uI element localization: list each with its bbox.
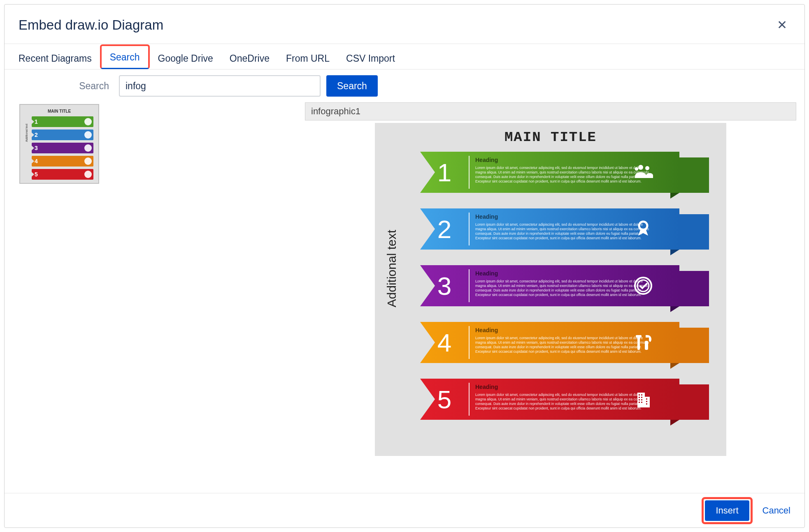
results-pane: MAIN TITLE Additional text 12345 (17, 102, 305, 489)
preview-name: infographic1 (305, 102, 796, 120)
band-heading: Heading (475, 270, 651, 277)
thumb-band: 1 (32, 116, 93, 127)
cancel-button[interactable]: Cancel (763, 505, 790, 516)
search-button[interactable]: Search (326, 75, 378, 97)
band-orange: 4HeadingLorem ipsum dolor sit amet, cons… (420, 322, 700, 368)
thumb-title: MAIN TITLE (48, 109, 71, 113)
insert-highlight: Insert (702, 497, 752, 524)
band-fold (670, 363, 679, 369)
dialog-body: MAIN TITLE Additional text 12345 infogra… (5, 102, 804, 493)
tools-icon (632, 331, 655, 354)
band-tab (679, 384, 709, 420)
tab-from-url[interactable]: From URL (278, 47, 338, 69)
search-input[interactable] (119, 75, 321, 97)
band-heading: Heading (475, 157, 651, 163)
search-row: Search Search (5, 69, 804, 102)
building-icon (632, 388, 655, 411)
band-green: 1HeadingLorem ipsum dolor sit amet, cons… (420, 152, 700, 198)
band-blue: 2HeadingLorem ipsum dolor sit amet, cons… (420, 208, 700, 254)
diagram-canvas: MAIN TITLE Additional text 1HeadingLorem… (375, 123, 726, 456)
band-heading: Heading (475, 213, 651, 220)
preview-pane: infographic1 MAIN TITLE Additional text … (305, 102, 796, 489)
check-icon (632, 274, 655, 297)
band-body: Lorem ipsum dolor sit amet, consectetur … (475, 222, 651, 241)
thumb-band: 2 (32, 130, 93, 140)
thumb-band: 5 (32, 169, 93, 180)
people-icon (632, 161, 655, 184)
band-body: Lorem ipsum dolor sit amet, consectetur … (475, 279, 651, 297)
band-red: 5HeadingLorem ipsum dolor sit amet, cons… (420, 379, 700, 425)
thumb-band: 3 (32, 143, 93, 153)
thumb-band: 4 (32, 156, 93, 167)
band-tab (679, 271, 709, 306)
band-body: Lorem ipsum dolor sit amet, consectetur … (475, 336, 651, 354)
band-tab (679, 328, 709, 363)
dialog-footer: Insert Cancel (5, 493, 804, 527)
band-heading: Heading (475, 384, 651, 390)
band-body: Lorem ipsum dolor sit amet, consectetur … (475, 166, 651, 184)
tab-onedrive[interactable]: OneDrive (221, 47, 278, 69)
ribbon-icon (632, 217, 655, 241)
dialog-header: Embed draw.io Diagram ✕ (5, 5, 804, 44)
tab-csv-import[interactable]: CSV Import (338, 47, 403, 69)
band-tab (679, 214, 709, 250)
canvas-title: MAIN TITLE (375, 130, 726, 145)
tabs-row: Recent DiagramsSearchGoogle DriveOneDriv… (5, 44, 804, 69)
insert-button[interactable]: Insert (705, 500, 749, 521)
tab-search[interactable]: Search (100, 44, 150, 69)
band-fold (670, 420, 679, 426)
canvas-side: Additional text (385, 230, 399, 307)
band-fold (670, 306, 679, 312)
band-body: Lorem ipsum dolor sit amet, consectetur … (475, 393, 651, 411)
preview-area: MAIN TITLE Additional text 1HeadingLorem… (305, 120, 796, 489)
band-purple: 3HeadingLorem ipsum dolor sit amet, cons… (420, 265, 700, 311)
band-tab (679, 157, 709, 193)
result-thumbnail[interactable]: MAIN TITLE Additional text 12345 (19, 104, 99, 184)
close-icon[interactable]: ✕ (774, 16, 790, 34)
embed-dialog: Embed draw.io Diagram ✕ Recent DiagramsS… (4, 4, 805, 528)
band-fold (670, 193, 679, 199)
tab-google-drive[interactable]: Google Drive (150, 47, 221, 69)
thumb-side: Additional text (25, 124, 28, 142)
band-heading: Heading (475, 327, 651, 333)
dialog-title: Embed draw.io Diagram (19, 17, 163, 33)
band-fold (670, 250, 679, 255)
tab-recent-diagrams[interactable]: Recent Diagrams (19, 47, 100, 69)
search-label: Search (19, 81, 113, 92)
